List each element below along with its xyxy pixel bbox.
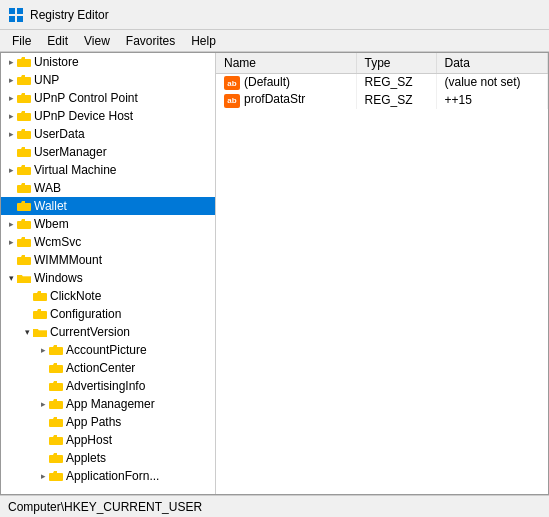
tree-expand-icon[interactable]: ▸ xyxy=(5,74,17,86)
folder-icon xyxy=(17,236,31,248)
tree-item[interactable]: WAB xyxy=(1,179,215,197)
tree-item[interactable]: ▾ CurrentVersion xyxy=(1,323,215,341)
tree-expand-icon[interactable] xyxy=(37,434,49,446)
tree-expand-icon[interactable]: ▾ xyxy=(21,326,33,338)
registry-type-icon: ab xyxy=(224,76,240,90)
tree-item-label: Configuration xyxy=(50,307,121,321)
menu-item-edit[interactable]: Edit xyxy=(39,32,76,50)
tree-expand-icon[interactable] xyxy=(37,416,49,428)
table-header-name[interactable]: Name xyxy=(216,53,356,73)
tree-expand-icon[interactable]: ▸ xyxy=(5,164,17,176)
tree-item[interactable]: ▸ UPnP Device Host xyxy=(1,107,215,125)
tree-expand-icon[interactable] xyxy=(37,380,49,392)
svg-rect-19 xyxy=(49,365,63,373)
folder-icon xyxy=(17,56,31,68)
tree-item-label: Wbem xyxy=(34,217,69,231)
folder-icon xyxy=(17,110,31,122)
tree-expand-icon[interactable]: ▸ xyxy=(37,398,49,410)
tree-item[interactable]: ActionCenter xyxy=(1,359,215,377)
maximize-button[interactable] xyxy=(487,5,513,25)
tree-item-label: AdvertisingInfo xyxy=(66,379,145,393)
table-row[interactable]: abprofDataStrREG_SZ++15 xyxy=(216,91,548,109)
tree-item[interactable]: UserManager xyxy=(1,143,215,161)
table-header-type[interactable]: Type xyxy=(356,53,436,73)
table-header-data[interactable]: Data xyxy=(436,53,548,73)
svg-rect-0 xyxy=(9,8,15,14)
registry-name: ab(Default) xyxy=(216,73,356,91)
svg-rect-6 xyxy=(17,95,31,103)
folder-icon xyxy=(49,362,63,374)
tree-expand-icon[interactable] xyxy=(5,254,17,266)
tree-item-label: ActionCenter xyxy=(66,361,135,375)
tree-item[interactable]: AppHost xyxy=(1,431,215,449)
window-title: Registry Editor xyxy=(30,8,459,22)
tree-expand-icon[interactable]: ▾ xyxy=(5,272,17,284)
tree-expand-icon[interactable] xyxy=(21,308,33,320)
tree-item[interactable]: ▸ Unistore xyxy=(1,53,215,71)
folder-icon xyxy=(17,164,31,176)
tree-expand-icon[interactable]: ▸ xyxy=(5,110,17,122)
registry-panel[interactable]: NameTypeData ab(Default)REG_SZ(value not… xyxy=(216,53,548,494)
tree-item[interactable]: ▾ Windows xyxy=(1,269,215,287)
tree-expand-icon[interactable] xyxy=(5,200,17,212)
tree-item[interactable]: ▸ Wbem xyxy=(1,215,215,233)
content-area: ▸ Unistore▸ UNP▸ UPnP Control Point▸ UPn… xyxy=(0,52,549,495)
folder-icon xyxy=(17,272,31,284)
main-container: ▸ Unistore▸ UNP▸ UPnP Control Point▸ UPn… xyxy=(0,52,549,495)
tree-item[interactable]: WIMMMount xyxy=(1,251,215,269)
tree-expand-icon[interactable] xyxy=(37,452,49,464)
menu-item-help[interactable]: Help xyxy=(183,32,224,50)
registry-type: REG_SZ xyxy=(356,73,436,91)
tree-item-label: UPnP Device Host xyxy=(34,109,133,123)
tree-expand-icon[interactable]: ▸ xyxy=(5,236,17,248)
table-row[interactable]: ab(Default)REG_SZ(value not set) xyxy=(216,73,548,91)
folder-icon xyxy=(17,182,31,194)
tree-panel[interactable]: ▸ Unistore▸ UNP▸ UPnP Control Point▸ UPn… xyxy=(1,53,216,494)
tree-expand-icon[interactable] xyxy=(21,290,33,302)
tree-item-label: UPnP Control Point xyxy=(34,91,138,105)
tree-item[interactable]: ▸ UserData xyxy=(1,125,215,143)
tree-expand-icon[interactable] xyxy=(5,182,17,194)
tree-expand-icon[interactable] xyxy=(37,362,49,374)
title-bar: Registry Editor xyxy=(0,0,549,30)
svg-rect-23 xyxy=(49,437,63,445)
registry-data: (value not set) xyxy=(436,73,548,91)
tree-item[interactable]: Wallet xyxy=(1,197,215,215)
folder-icon xyxy=(17,146,31,158)
svg-rect-21 xyxy=(49,401,63,409)
close-button[interactable] xyxy=(515,5,541,25)
window-controls xyxy=(459,5,541,25)
menu-item-view[interactable]: View xyxy=(76,32,118,50)
tree-item[interactable]: ▸ WcmSvc xyxy=(1,233,215,251)
tree-item[interactable]: ▸ AccountPicture xyxy=(1,341,215,359)
menu-item-file[interactable]: File xyxy=(4,32,39,50)
tree-item[interactable]: ClickNote xyxy=(1,287,215,305)
folder-icon xyxy=(17,218,31,230)
folder-icon xyxy=(17,92,31,104)
svg-rect-16 xyxy=(33,293,47,301)
tree-item[interactable]: ▸ App Managemer xyxy=(1,395,215,413)
tree-item-label: ApplicationForn... xyxy=(66,469,159,483)
tree-expand-icon[interactable]: ▸ xyxy=(5,92,17,104)
tree-item[interactable]: AdvertisingInfo xyxy=(1,377,215,395)
tree-expand-icon[interactable]: ▸ xyxy=(37,470,49,482)
tree-expand-icon[interactable] xyxy=(5,146,17,158)
tree-expand-icon[interactable]: ▸ xyxy=(5,128,17,140)
tree-item[interactable]: ▸ UNP xyxy=(1,71,215,89)
tree-item[interactable]: App Paths xyxy=(1,413,215,431)
tree-expand-icon[interactable]: ▸ xyxy=(37,344,49,356)
menu-item-favorites[interactable]: Favorites xyxy=(118,32,183,50)
status-bar: Computer\HKEY_CURRENT_USER xyxy=(0,495,549,517)
tree-item[interactable]: Applets xyxy=(1,449,215,467)
folder-icon xyxy=(49,380,63,392)
tree-expand-icon[interactable]: ▸ xyxy=(5,218,17,230)
tree-item-label: UNP xyxy=(34,73,59,87)
tree-item[interactable]: Configuration xyxy=(1,305,215,323)
tree-item[interactable]: ▸ UPnP Control Point xyxy=(1,89,215,107)
svg-rect-20 xyxy=(49,383,63,391)
tree-item-label: ClickNote xyxy=(50,289,101,303)
minimize-button[interactable] xyxy=(459,5,485,25)
tree-item[interactable]: ▸ ApplicationForn... xyxy=(1,467,215,485)
tree-expand-icon[interactable]: ▸ xyxy=(5,56,17,68)
tree-item[interactable]: ▸ Virtual Machine xyxy=(1,161,215,179)
